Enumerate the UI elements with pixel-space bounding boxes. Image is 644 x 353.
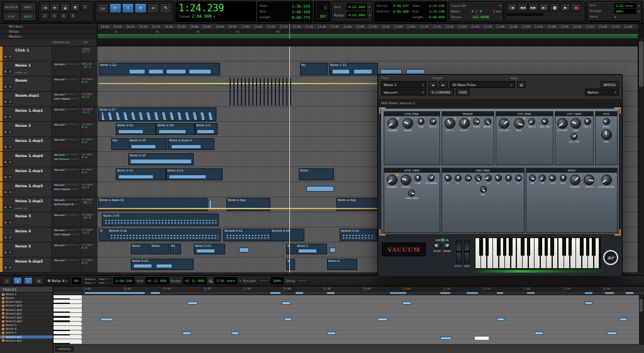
io-slot[interactable]: no input-60.1 (80, 197, 97, 212)
piano-key-black[interactable] (509, 238, 513, 256)
zoom-out-icon[interactable]: − (24, 277, 33, 285)
volume-readout[interactable]: +5.5 (82, 50, 97, 53)
solo-button[interactable]: S (8, 251, 13, 254)
knob-key-trk[interactable]: KEY TRK (540, 118, 550, 132)
plugin-insert-selector[interactable]: Vacuum▾ (381, 89, 426, 95)
fast-forward-button[interactable]: ▶▶ (528, 3, 538, 11)
clip-fragment[interactable] (148, 69, 164, 74)
piano-key-black[interactable] (479, 238, 483, 256)
notation-view-icon[interactable]: ♪ (3, 277, 11, 285)
chevron-down-icon[interactable]: ▾ (638, 3, 640, 8)
meter-value[interactable]: 4 | 4 (471, 9, 482, 14)
insert-vacuum[interactable]: Vacuum (53, 77, 79, 81)
play-button[interactable]: ▶ (560, 3, 570, 11)
mini-mode-spot[interactable]: SPOT (97, 278, 111, 281)
zoom-preset-5[interactable]: 5 (69, 12, 77, 19)
track-header-noise-4[interactable]: ●SMNoise 4VacuumEQ3 7-Bandno input-4.5 (0, 227, 97, 242)
knob-lp[interactable]: LP (539, 175, 546, 188)
record-enable-button[interactable]: ● (3, 236, 8, 239)
go-to-end-button[interactable]: ▶| (539, 3, 549, 11)
insert-eq3-7-band[interactable]: EQ3 7-Band (53, 187, 79, 191)
chevron-down-icon[interactable]: ▾ (213, 14, 215, 18)
knob-coarse[interactable]: COARSE (387, 175, 397, 188)
inserts-slot[interactable]: Vacuum (52, 258, 80, 272)
piano-key-black[interactable] (550, 238, 554, 256)
inserts-slot[interactable]: VacuumEQ3 7-Band (52, 182, 80, 197)
insert-vacuum[interactable]: Vacuum (53, 213, 79, 217)
clip-fragment[interactable] (169, 175, 206, 179)
record-enable-button[interactable]: ● (3, 130, 8, 134)
volume-readout[interactable]: -6.3 (82, 111, 97, 114)
track-header-noise-6.dup2[interactable]: ●SMNoise 6.dup2Vacuumno input0.0 (0, 258, 97, 273)
solo-button[interactable]: S (8, 115, 13, 119)
knob-amt[interactable]: AMT (560, 175, 567, 188)
track-header-noise-2.dup4[interactable]: ●SMNoise 2.dup4VacuumAIR Reverbno input0… (0, 152, 97, 167)
clip-fragment[interactable] (104, 219, 216, 225)
track-name[interactable]: Noise 2.dup2 (15, 198, 51, 203)
knob-a[interactable]: A (485, 175, 492, 185)
knob-destination[interactable]: DESTINATION (598, 175, 614, 188)
grid-slider[interactable] (604, 5, 613, 7)
insert-builtinospt1-b[interactable]: BuiltInOSpt1-B (53, 202, 79, 206)
solo-button[interactable]: S (8, 70, 13, 73)
solo-button[interactable]: S (8, 236, 13, 239)
swing-slider[interactable] (297, 280, 307, 282)
sel-end-value[interactable]: 1:46.310 (292, 9, 310, 14)
solo-button[interactable]: S (8, 130, 13, 134)
clip-n[interactable]: N (286, 259, 295, 270)
track-name[interactable]: Noise 2.dup4 (15, 153, 51, 158)
insert-eq3-7-band[interactable]: EQ3 7-Band (53, 97, 79, 100)
solo-button[interactable]: S (8, 85, 13, 89)
tempo-value[interactable]: 128.0000 (472, 14, 489, 20)
clip-fragment[interactable] (102, 112, 214, 120)
grid-value[interactable]: 0:01.000 (347, 3, 367, 10)
misc-counter-1[interactable]: 107 (316, 12, 328, 19)
editor-piano-key-white[interactable] (53, 322, 82, 327)
piano-key-black[interactable] (538, 238, 542, 256)
zoom-preset-3[interactable]: 3 (50, 12, 58, 19)
track-header-noise-2.dup5[interactable]: ●SMNoise 2.dup5VacuumEQ3 7-Bandno input+… (0, 182, 97, 197)
clip-fragment[interactable] (406, 69, 425, 74)
inserts-slot[interactable]: VacuumAIR Reverb (52, 152, 80, 166)
inserts-slot[interactable]: Vacuum (52, 242, 80, 257)
midi-note[interactable] (284, 318, 292, 321)
knob-d[interactable]: D (495, 175, 502, 185)
edit-mode-slip[interactable]: SLIP (3, 12, 19, 21)
editor-track-selector[interactable]: Noise 4▾ (45, 277, 70, 285)
editor-grid-value[interactable]: 0| 1| 000 (145, 277, 169, 285)
pencil-tool[interactable]: ✎ (160, 3, 172, 13)
solo-button[interactable]: S (8, 175, 13, 179)
pencil-tool-icon[interactable]: ✎ (35, 277, 43, 285)
volume-readout[interactable]: -27.1 (82, 65, 97, 68)
io-slot[interactable]: no input-6.3 (80, 107, 97, 121)
mod-wheel[interactable] (464, 240, 470, 264)
clip-fragment[interactable] (332, 69, 350, 74)
io-slot[interactable]: no input+5.0 (80, 92, 97, 106)
volume-readout[interactable]: 0.0 (82, 156, 97, 159)
bypass-button[interactable]: BYPASS (601, 81, 619, 88)
track-name[interactable]: Boom (15, 78, 51, 82)
insert-vacuum[interactable]: Vacuum (53, 168, 79, 171)
preset-prev-button[interactable]: ◄ (428, 81, 437, 88)
knob-fine[interactable]: FINE (418, 118, 425, 132)
processing-arch-selector[interactable]: Native▾ (585, 89, 619, 95)
io-slot[interactable]: no input0.0 (80, 242, 97, 257)
track-name[interactable]: Noise 2.dup3 (15, 138, 51, 143)
nudge-value[interactable]: 0:01.000 (347, 11, 367, 18)
knob-d[interactable]: D (455, 175, 462, 185)
inserts-slot[interactable]: VacuumEQ3 7-Band (52, 227, 80, 242)
knob-vto-2[interactable]: VTO 2 (459, 118, 470, 132)
knob-depth[interactable]: DEPTH (584, 175, 594, 188)
record-enable-button[interactable]: ● (3, 205, 8, 209)
record-enable-button[interactable]: ● (3, 160, 8, 164)
solo-button[interactable]: S (8, 220, 13, 224)
midi-note[interactable] (327, 332, 336, 335)
clip-fragment[interactable] (239, 247, 249, 253)
editor-grid-note-value[interactable]: 1/16 note (214, 277, 238, 285)
inserts-slot[interactable]: Vacuum (52, 122, 80, 136)
inserts-slot[interactable]: Vacuum (52, 137, 80, 151)
midi-note[interactable] (402, 301, 411, 305)
piano-key-black[interactable] (580, 238, 584, 256)
io-slot[interactable]: no input0.0 (80, 152, 97, 166)
zoom-tool[interactable]: ▭ (97, 3, 109, 13)
